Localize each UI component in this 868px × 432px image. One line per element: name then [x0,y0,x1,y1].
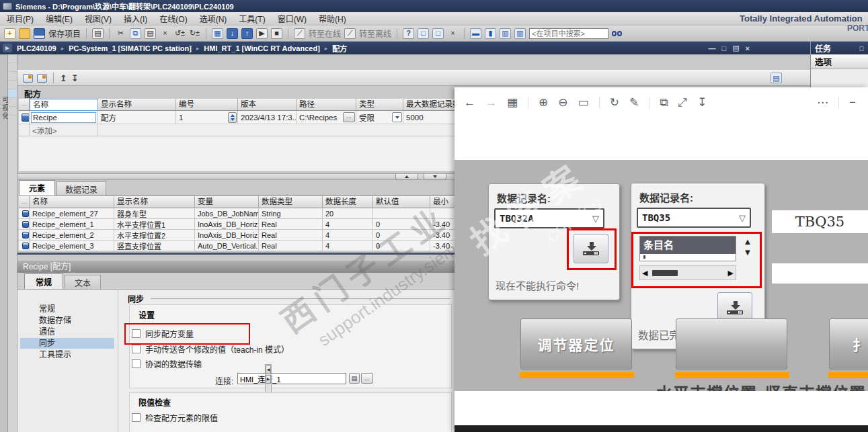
split-editor-vertical-icon[interactable]: ▮ [485,28,496,39]
record-name-field[interactable]: TBQ35 [772,210,868,233]
tab-elements[interactable]: 元素 [19,180,55,196]
spinner-up-icon[interactable] [231,114,235,117]
nav-item-communication[interactable]: 通信 [20,327,114,337]
forward-icon[interactable]: → [485,96,497,110]
find-in-project-icon[interactable] [612,31,622,36]
breadcrumb-item-project[interactable]: PLC240109 [17,44,56,52]
start-runtime-icon[interactable]: □ [432,28,444,39]
menu-edit[interactable]: 编辑(E) [46,13,73,24]
back-icon[interactable]: ← [464,96,475,110]
go-online-icon[interactable]: ⟋ [294,28,305,39]
print-icon[interactable]: ▤ [92,28,104,39]
start-simulation-icon[interactable]: ▶ [256,28,268,39]
paste-icon[interactable]: ▤ [145,28,156,39]
element-row[interactable]: Recipe_element_1 水平支撑位置1 InoAxis_DB_Hori… [19,219,471,230]
column-header-select[interactable]: ... [19,196,30,208]
collapsed-tree-strip[interactable] [8,54,17,432]
menu-help[interactable]: 帮助(H) [319,13,346,24]
element-data-length-cell[interactable]: 4 [323,241,373,251]
row-select-cell[interactable] [19,230,30,241]
element-row[interactable]: Recipe_element_27 器身车型 Jobs_DB_JobName S… [19,208,471,219]
menu-options[interactable]: 选项(N) [200,13,227,24]
data-record-dropdown-value[interactable]: TBQ35 [638,212,670,223]
menu-project[interactable]: 项目(P) [7,13,34,24]
column-header-name[interactable]: 名称 [30,99,98,111]
more-icon[interactable]: ⋯ [817,95,828,110]
hidden-action-button[interactable] [676,318,787,370]
row-select-cell[interactable] [19,219,30,230]
element-data-length-cell[interactable]: 20 [323,208,373,219]
column-header-tag[interactable]: 变量 [195,196,259,208]
column-header-number[interactable]: 编号 [176,99,238,111]
element-default-cell[interactable]: 0 [373,230,430,241]
element-name-cell[interactable]: Recipe_element_27 [30,208,114,219]
dock-icon[interactable]: ▤ [732,44,739,52]
minimize-viewer-icon[interactable]: − [849,96,856,110]
recipe-name-cell[interactable]: Recipe [30,111,98,124]
empty-value-field[interactable] [772,263,868,284]
redo-icon[interactable]: ↻± [189,28,200,39]
tab-general[interactable]: 常规 [24,273,63,289]
element-display-name-cell[interactable]: 水平支撑位置2 [114,230,195,241]
visualization-side-tab[interactable]: 可视化 [0,54,8,432]
browse-path-button[interactable]: ... [343,112,355,122]
column-header-select[interactable]: ... [19,99,30,111]
menu-online[interactable]: 在线(O) [159,13,187,24]
element-data-type-cell[interactable]: Real [259,230,323,241]
grid-view-icon[interactable]: ▦ [507,95,518,110]
element-data-type-cell[interactable]: Real [259,219,323,230]
inspector-split-line[interactable] [17,253,455,255]
row-select-cell[interactable] [19,111,30,124]
element-row[interactable]: Recipe_element_2 水平支撑位置2 InoAxis_DB_Hori… [19,230,471,241]
new-project-icon[interactable]: + [4,28,15,39]
copy-icon[interactable]: ⧉ [130,28,141,39]
element-data-length-cell[interactable]: 4 [323,219,373,230]
breadcrumb-item-recipes[interactable]: 配方 [332,43,347,54]
spinner-up-icon[interactable]: ▲ [744,237,752,246]
delete-icon[interactable]: × [159,28,171,39]
open-project-icon[interactable] [19,28,30,39]
menu-insert[interactable]: 插入(I) [124,13,147,24]
element-default-cell[interactable]: 0 [373,241,430,251]
element-tag-cell[interactable]: Jobs_DB_JobName [195,208,259,219]
data-record-dropdown[interactable]: TBQ32A ▽ [494,208,604,228]
close-editor-icon[interactable]: × [447,28,459,39]
element-display-name-cell[interactable]: 器身车型 [114,208,195,219]
recipe-display-name-cell[interactable]: 配方 [98,111,176,124]
compile-icon[interactable]: ▦ [212,28,223,39]
clipped-action-button[interactable]: 扌 [829,318,868,370]
cross-reference-ic-icon[interactable]: ▥ [500,28,511,39]
row-select-cell[interactable] [19,208,30,219]
recipe-name-value[interactable]: Recipe [31,112,96,123]
collapse-up-button[interactable] [395,174,418,180]
connection-browse-button[interactable]: ... [361,373,373,384]
entry-horizontal-scrollbar[interactable]: ◀ ▶ [639,265,736,280]
number-spinner[interactable] [228,112,237,123]
element-tag-cell[interactable]: Auto_DB_Vertical... [195,241,259,251]
cut-icon[interactable]: ✂ [115,28,126,39]
nav-item-data-storage[interactable]: 数据存储 [20,315,114,326]
stop-runtime-icon[interactable]: ■ [271,28,282,39]
scrollbar-thumb[interactable] [652,270,678,276]
move-down-icon[interactable]: ↧ [71,73,79,83]
search-input[interactable] [529,28,608,39]
entry-spinner[interactable]: ▲ ▼ [740,237,755,257]
undo-icon[interactable]: ↺± [174,28,186,39]
data-record-dropdown[interactable]: TBQ35 ▽ [637,208,751,228]
element-tag-cell[interactable]: InoAxis_DB_Horiz... [195,230,259,241]
element-default-cell[interactable] [373,208,430,219]
sync-recipe-tags-checkbox[interactable] [132,329,141,338]
scroll-left-button[interactable]: ◀ [266,365,271,374]
edit-icon[interactable]: ✎ [629,95,639,110]
element-name-cell[interactable]: Recipe_element_2 [30,230,114,241]
zoom-in-icon[interactable]: ⊕ [539,95,548,110]
zoom-out-icon[interactable]: ⊖ [558,95,567,110]
recipe-path-value[interactable]: C:\Recipes [299,114,337,122]
go-offline-icon[interactable]: ⟋ [344,28,356,39]
scroll-right-button[interactable]: ▶ [266,375,271,384]
collapse-down-button[interactable] [424,174,446,180]
scroll-right-icon[interactable]: ▶ [728,269,734,277]
minimize-icon[interactable]: — [709,44,716,52]
table-view-icon[interactable]: ▤ [771,73,782,83]
copy-image-icon[interactable]: ⧉ [660,96,668,110]
